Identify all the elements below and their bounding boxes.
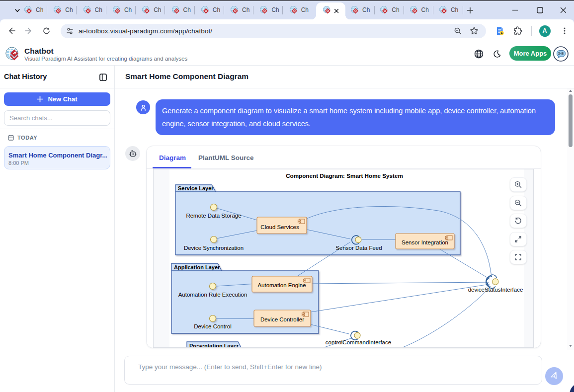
browser-tab[interactable]: Ch — [410, 2, 436, 17]
vp-favicon-icon — [290, 6, 298, 14]
interface-label-remote-data-storage: Remote Data Storage — [186, 213, 241, 219]
chatbot-mascot-icon[interactable] — [553, 46, 569, 62]
maximize-icon — [537, 7, 543, 13]
bookmark-star-icon[interactable] — [470, 26, 479, 35]
reset-rotate-icon — [514, 217, 522, 225]
package-application-layer: Application Layer — [174, 264, 220, 270]
app-subtitle: Visual Paradigm AI Assistant for creatin… — [24, 56, 187, 62]
zoom-in-button[interactable] — [510, 177, 527, 192]
extensions-puzzle-icon[interactable] — [510, 24, 524, 38]
tab-label: Ch — [124, 6, 132, 13]
tab-search-button[interactable] — [14, 3, 21, 18]
chat-history-item[interactable]: Smart Home Component Diagr... 8:00 PM — [4, 146, 110, 169]
chat-item-title: Smart Home Component Diagr... — [8, 152, 107, 159]
component-label-cloud-services: Cloud Services — [260, 224, 299, 230]
new-chat-button[interactable]: New Chat — [4, 92, 110, 106]
interface-label-device-status: deviceStatusInterface — [468, 287, 523, 293]
component-cloud-services: Cloud Services — [257, 217, 307, 234]
zoom-indicator-icon[interactable] — [454, 27, 462, 35]
browser-tab[interactable]: Ch — [380, 2, 406, 17]
vp-favicon-icon — [24, 6, 32, 14]
url-text: ai-toolbox.visual-paradigm.com/app/chatb… — [79, 27, 212, 35]
window-frame-edge — [0, 0, 574, 1]
component-label-sensor-integration: Sensor Integration — [402, 239, 448, 245]
history-section-header: TODAY — [8, 135, 37, 141]
chat-scroll-area[interactable]: Generate a component diagram to visualiz… — [115, 88, 567, 350]
site-settings-icon[interactable] — [66, 27, 74, 35]
tab-label: Ch — [451, 6, 458, 13]
component-diagram: Component Diagram: Smart Home System Ser… — [169, 169, 524, 348]
language-globe-icon[interactable] — [472, 47, 486, 61]
tab-active-underline — [153, 167, 191, 168]
window-minimize-button[interactable] — [504, 0, 526, 20]
new-tab-button[interactable] — [467, 3, 474, 18]
new-chat-label: New Chat — [48, 95, 77, 103]
app-header: Chatbot Visual Paradigm AI Assistant for… — [0, 42, 574, 66]
window-close-button[interactable] — [552, 0, 574, 20]
vertical-scrollbar[interactable] — [567, 88, 574, 350]
vp-favicon-icon — [54, 6, 62, 14]
fullscreen-button[interactable] — [510, 250, 527, 264]
vp-favicon-icon — [83, 6, 91, 14]
chevron-down-icon — [14, 7, 21, 14]
search-chats-input[interactable] — [4, 110, 110, 126]
reset-view-button[interactable] — [510, 214, 527, 228]
vp-favicon-icon — [201, 6, 209, 14]
app-root: Chatbot Visual Paradigm AI Assistant for… — [0, 42, 574, 392]
send-button[interactable] — [545, 367, 563, 385]
tab-separator — [135, 6, 136, 14]
toolbar-separator — [531, 26, 532, 36]
fit-view-button[interactable] — [510, 232, 527, 246]
profile-avatar[interactable]: A — [538, 24, 552, 38]
scrollbar-thumb[interactable] — [569, 94, 573, 147]
browser-tab[interactable]: Ch — [439, 2, 465, 17]
vp-favicon-icon — [380, 6, 388, 14]
tab-separator — [463, 6, 463, 14]
tab-label: Ch — [301, 6, 309, 13]
sidebar-title: Chat History — [4, 73, 47, 80]
back-button[interactable] — [4, 24, 18, 38]
tab-foot — [345, 14, 350, 19]
diagram-viewport[interactable]: Component Diagram: Smart Home System Ser… — [153, 169, 534, 348]
chrome-menu-icon[interactable] — [558, 24, 572, 38]
robot-icon — [128, 149, 137, 158]
scroll-down-arrow[interactable] — [569, 344, 573, 348]
package-presentation-layer: Presentation Layer — [189, 343, 239, 348]
vp-favicon-icon — [172, 6, 180, 14]
minimize-icon — [512, 7, 518, 13]
more-apps-button[interactable]: More Apps — [509, 46, 551, 61]
user-avatar — [136, 100, 150, 114]
expand-arrows-icon — [514, 235, 522, 243]
tab-diagram[interactable]: Diagram — [159, 154, 186, 161]
tab-label: Ch — [392, 6, 399, 13]
tab-plantuml-source[interactable]: PlantUML Source — [198, 154, 254, 161]
zoom-out-icon — [514, 199, 522, 207]
docs-extension-icon[interactable] — [493, 24, 507, 38]
visual-paradigm-logo — [5, 46, 22, 61]
reload-button[interactable] — [39, 24, 53, 38]
composer-area — [115, 350, 574, 392]
zoom-out-button[interactable] — [510, 196, 527, 210]
interface-label-control-command: controlCommandInterface — [325, 339, 391, 345]
chat-item-time: 8:00 PM — [8, 160, 29, 166]
component-label-device-controller: Device Controller — [260, 316, 304, 322]
dark-mode-moon-icon[interactable] — [490, 47, 504, 61]
forward-button[interactable] — [22, 24, 36, 38]
browser-tab-active[interactable] — [316, 2, 345, 19]
tab-label: Ch — [242, 6, 249, 13]
tab-separator — [106, 6, 106, 14]
reload-icon — [42, 27, 51, 35]
tab-label: Ch — [183, 6, 191, 13]
window-maximize-button[interactable] — [529, 0, 551, 20]
tab-close-icon[interactable] — [334, 8, 339, 13]
vp-favicon-icon — [231, 6, 239, 14]
edge-dc-devicecontroller — [216, 318, 254, 319]
message-input[interactable] — [124, 356, 542, 385]
browser-tab[interactable]: Ch — [351, 2, 377, 17]
scroll-up-arrow[interactable] — [569, 89, 573, 93]
sidebar-collapse-icon[interactable] — [97, 72, 108, 82]
message-line: Generate a component diagram to visualiz… — [162, 104, 547, 117]
address-bar[interactable]: ai-toolbox.visual-paradigm.com/app/chatb… — [61, 24, 486, 38]
interface-label-automation-rule-execution: Automation Rule Execution — [178, 292, 247, 298]
vp-favicon-icon — [113, 6, 121, 14]
